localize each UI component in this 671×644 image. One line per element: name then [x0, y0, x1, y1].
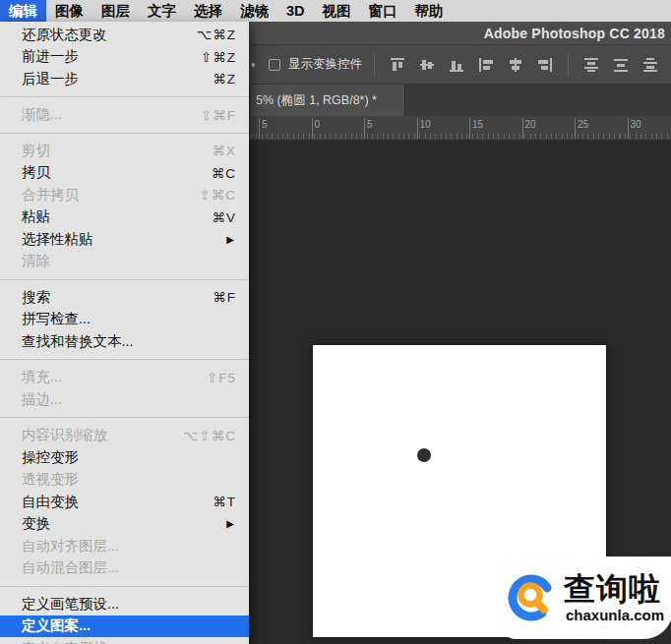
- menu-item-label: 清除: [22, 252, 236, 270]
- align-bottom-edges-icon[interactable]: [449, 57, 464, 73]
- menu-item-label: 前进一步: [22, 47, 201, 66]
- menu-item[interactable]: 查找和替换文本...: [0, 330, 249, 353]
- menu-item-shortcut: ⌘F: [213, 289, 236, 305]
- menu-item-label: 后退一步: [22, 70, 213, 88]
- menubar-item-other[interactable]: 图层: [92, 0, 139, 22]
- ruler-major-tick: [364, 118, 365, 139]
- menu-item-label: 查找和替换文本...: [22, 332, 236, 351]
- submenu-arrow-icon: ▶: [226, 234, 234, 245]
- menu-item-shortcut: ⇧⌘F: [201, 107, 236, 123]
- menu-item-shortcut: ⇧F5: [207, 370, 236, 385]
- menu-item-label: 操控变形: [22, 448, 236, 467]
- menu-item-shortcut: ⌘X: [212, 143, 236, 158]
- ruler-number: 15: [472, 119, 483, 130]
- ruler-number: 30: [631, 119, 641, 130]
- menu-item-shortcut: ⌘C: [212, 165, 236, 181]
- menu-item-shortcut: ⌘T: [213, 494, 236, 509]
- menubar-item-edit-active[interactable]: 编辑: [0, 0, 46, 22]
- menu-item[interactable]: 操控变形: [0, 446, 249, 469]
- menu-item-label: 定义图案...: [22, 616, 236, 635]
- menu-item-label: 自由变换: [22, 493, 213, 511]
- menu-item: 剪切⌘X: [0, 140, 249, 162]
- menu-item-label: 还原状态更改: [22, 26, 197, 44]
- menu-item: 内容识别缩放⌥⇧⌘C: [0, 425, 249, 447]
- ruler-number: 20: [525, 119, 536, 130]
- menu-item-label: 定义画笔预设...: [22, 595, 236, 614]
- black-dot-shape: [417, 448, 431, 462]
- menu-separator: [0, 90, 249, 104]
- distribute-top-edges-icon[interactable]: [583, 57, 599, 73]
- menu-item-shortcut: ⌘V: [212, 209, 236, 225]
- menu-item: 渐隐...⇧⌘F: [0, 104, 249, 127]
- ruler-number: 5: [262, 119, 268, 130]
- window-title: Adobe Photoshop CC 2018: [484, 22, 665, 45]
- menu-item: 合并拷贝⇧⌘C: [0, 184, 249, 206]
- menu-item-shortcut: ⌥⇧⌘C: [183, 428, 236, 443]
- menubar-item-other[interactable]: 选择: [185, 0, 231, 22]
- distribute-bottom-edges-icon[interactable]: [642, 57, 658, 73]
- menu-item-label: 填充...: [22, 368, 207, 386]
- menubar-item-other[interactable]: 图像: [46, 0, 92, 22]
- menubar-item-other[interactable]: 视图: [314, 0, 360, 22]
- menubar-item-other[interactable]: 文字: [139, 0, 185, 22]
- menu-item[interactable]: 还原状态更改⌥⌘Z: [0, 24, 249, 46]
- watermark-title: 查询啦: [564, 573, 661, 605]
- watermark-domain: chaxunla.com: [566, 608, 664, 622]
- menu-item-label: 拷贝: [22, 163, 212, 182]
- menu-item-label: 自动混合图层...: [22, 558, 236, 577]
- menu-bar: 编辑图像图层文字选择滤镜3D视图窗口帮助: [0, 0, 671, 22]
- menu-item-label: 自动对齐图层...: [22, 537, 236, 556]
- ruler-major-tick: [259, 118, 260, 139]
- menu-item[interactable]: 定义图案...: [0, 615, 249, 638]
- menu-item[interactable]: 前进一步⇧⌘Z: [0, 46, 249, 69]
- menubar-item-other[interactable]: 窗口: [360, 0, 406, 22]
- toolbar-divider: [374, 53, 375, 77]
- ruler-major-tick: [312, 118, 313, 139]
- toolbar-divider: [568, 53, 569, 77]
- chevron-down-icon[interactable]: ▾: [251, 60, 261, 70]
- menu-item[interactable]: 拷贝⌘C: [0, 162, 249, 185]
- photoshop-screen: Adobe Photoshop CC 2018 ▾ 显示变换控件 5% (椭圆 …: [0, 0, 671, 644]
- menu-separator: [0, 353, 249, 367]
- menubar-item-other[interactable]: 滤镜: [231, 0, 277, 22]
- menubar-item-other[interactable]: 帮助: [406, 0, 453, 22]
- distribute-vertical-centers-icon[interactable]: [613, 57, 629, 73]
- edit-menu-dropdown: 还原状态更改⌥⌘Z前进一步⇧⌘Z后退一步⌘Z渐隐...⇧⌘F剪切⌘X拷贝⌘C合并…: [0, 22, 249, 644]
- menubar-item-other[interactable]: 3D: [277, 0, 314, 22]
- ruler-major-tick: [469, 118, 470, 139]
- menu-item[interactable]: 拼写检查...: [0, 309, 249, 331]
- ruler-major-tick: [417, 118, 418, 139]
- watermark-badge: 查询啦 chaxunla.com: [500, 556, 671, 639]
- menu-item-label: 拼写检查...: [22, 310, 236, 328]
- submenu-arrow-icon: ▶: [226, 518, 234, 529]
- ruler-minor-ticks: [251, 134, 671, 139]
- ruler-number: 5: [367, 119, 373, 130]
- menu-item: 描边...: [0, 388, 249, 411]
- align-right-edges-icon[interactable]: [537, 57, 553, 73]
- align-top-edges-icon[interactable]: [390, 57, 405, 73]
- menu-item[interactable]: 后退一步⌘Z: [0, 68, 249, 90]
- align-horizontal-centers-icon[interactable]: [508, 57, 523, 73]
- show-transform-controls-checkbox[interactable]: [269, 59, 280, 71]
- document-tab[interactable]: 5% (椭圆 1, RGB/8*) *: [251, 85, 405, 116]
- menu-item-label: 定义自定形状...: [22, 639, 236, 644]
- menu-item[interactable]: 选择性粘贴▶: [0, 228, 249, 251]
- menu-item-label: 粘贴: [22, 207, 212, 226]
- ruler-major-tick: [628, 118, 629, 139]
- menu-item[interactable]: 定义画笔预设...: [0, 593, 249, 615]
- ruler-number: 10: [420, 119, 431, 130]
- ruler-major-tick: [522, 118, 523, 139]
- menu-item: 填充...⇧F5: [0, 367, 249, 389]
- menu-item-label: 描边...: [22, 390, 236, 409]
- menu-separator: [0, 411, 249, 425]
- menu-separator: [0, 579, 249, 593]
- menu-item-label: 合并拷贝: [22, 186, 199, 205]
- menu-item[interactable]: 粘贴⌘V: [0, 206, 249, 229]
- chaxunla-logo-icon: [505, 570, 560, 625]
- align-left-edges-icon[interactable]: [478, 57, 494, 73]
- menu-item[interactable]: 搜索⌘F: [0, 286, 249, 309]
- align-vertical-centers-icon[interactable]: [419, 57, 435, 73]
- menu-item[interactable]: 变换▶: [0, 513, 249, 536]
- ruler-major-tick: [575, 118, 576, 139]
- menu-item[interactable]: 自由变换⌘T: [0, 491, 249, 513]
